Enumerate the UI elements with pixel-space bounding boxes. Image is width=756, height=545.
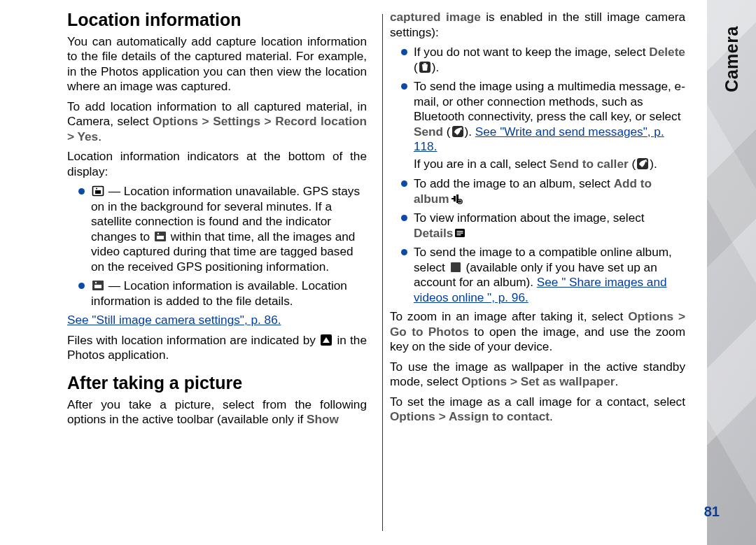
bold-term: Send to caller [550, 157, 629, 171]
bullet-item: — Location information unavailable. GPS … [81, 184, 367, 274]
paragraph: Files with location information are indi… [67, 333, 367, 363]
text: ). [465, 125, 475, 139]
details-icon [454, 227, 466, 239]
text: — Location information is available. Loc… [91, 278, 347, 308]
heading-location-info: Location information [67, 10, 367, 30]
text: . [615, 374, 618, 388]
svg-point-8 [95, 282, 97, 283]
paragraph: After you take a picture, select from th… [67, 397, 367, 427]
bullet-item: To send the image to a compatible online… [404, 245, 685, 305]
paragraph: captured image is enabled in the still i… [390, 10, 685, 40]
menu-path-sep: > [67, 129, 78, 143]
svg-text:A: A [460, 127, 463, 131]
bullet-item: If you do not want to keep the image, se… [404, 45, 685, 75]
menu-path-sep: > [435, 409, 449, 423]
svg-rect-1 [95, 190, 101, 194]
send-icon: A [451, 125, 464, 138]
sub-paragraph: If you are in a call, select Send to cal… [414, 157, 685, 172]
svg-rect-20 [457, 234, 461, 235]
location-unavailable-outline-icon [92, 185, 104, 197]
menu-path-item: Set as wallpaper [521, 374, 615, 388]
manual-page: Location information You can automatical… [0, 0, 756, 545]
location-tagged-file-icon [320, 334, 332, 346]
send-to-caller-icon: A [636, 157, 649, 170]
text: To view information about the image, sel… [414, 211, 645, 225]
menu-path-item: Yes [78, 129, 99, 143]
bold-term: captured image [390, 10, 481, 24]
menu-path-item: Options [153, 114, 198, 128]
svg-rect-21 [451, 262, 461, 272]
cross-reference-link[interactable]: See "Still image camera settings", p. 86… [67, 313, 367, 328]
add-to-album-icon [450, 192, 463, 205]
menu-path-item: Options [390, 409, 435, 423]
heading-after-picture: After taking a picture [67, 373, 367, 393]
text: ( [443, 125, 451, 139]
svg-point-2 [96, 188, 97, 190]
svg-rect-4 [157, 236, 164, 239]
text: Files with location information are indi… [67, 333, 319, 347]
bold-term: Delete [649, 45, 685, 59]
text: . [98, 129, 102, 143]
paragraph: To use the image as wallpaper in the act… [390, 360, 685, 390]
menu-path-sep: > [198, 114, 213, 128]
menu-path-item: Go to Photos [390, 325, 469, 339]
bullet-item: — Location information is available. Loc… [81, 278, 367, 309]
location-available-icon [92, 279, 104, 292]
svg-rect-7 [94, 285, 102, 288]
menu-path-item: Options [461, 374, 507, 388]
online-album-icon [449, 261, 462, 274]
menu-path-item: Options [628, 309, 673, 323]
menu-path-item: Record location [275, 114, 367, 128]
bullet-list: If you do not want to keep the image, se… [390, 45, 685, 305]
chapter-tab: Camera [707, 0, 756, 545]
left-column: Location information You can automatical… [67, 10, 382, 545]
text: To set the image as a call image for a c… [390, 395, 685, 409]
right-column: captured image is enabled in the still i… [383, 10, 698, 545]
location-available-mini-icon [154, 230, 167, 243]
paragraph: To zoom in an image after taking it, sel… [390, 309, 685, 355]
menu-path-sep: > [673, 309, 685, 323]
paragraph: You can automatically add capture locati… [67, 34, 367, 94]
menu-path-item: Assign to contact [449, 409, 550, 423]
svg-rect-11 [424, 63, 426, 64]
text: ). [650, 157, 657, 171]
text: To send the image using a multimedia mes… [414, 79, 685, 123]
svg-rect-19 [457, 232, 463, 233]
bullet-item: To send the image using a multimedia mes… [404, 79, 685, 171]
text: . [550, 409, 553, 423]
bold-term: Show [307, 412, 339, 426]
text: If you are in a call, select [414, 157, 550, 171]
text: ). [432, 60, 440, 74]
text: To add the image to an album, select [414, 176, 614, 190]
paragraph: To set the image as a call image for a c… [390, 395, 685, 425]
bold-term: Details [414, 226, 453, 240]
text: To zoom in an image after taking it, sel… [390, 309, 628, 323]
bullet-item: To add the image to an album, select Add… [404, 176, 685, 206]
chapter-label: Camera [722, 26, 742, 92]
paragraph: To add location information to all captu… [67, 99, 367, 145]
text: If you do not want to keep the image, se… [414, 45, 649, 59]
bullet-item: To view information about the image, sel… [404, 211, 685, 241]
delete-icon [419, 61, 431, 73]
svg-rect-18 [457, 231, 463, 232]
svg-text:A: A [645, 159, 648, 163]
link-text[interactable]: See "Still image camera settings", p. 86… [67, 313, 281, 327]
text: ( [414, 60, 418, 74]
paragraph: Location information indicators at the b… [67, 149, 367, 179]
page-number: 81 [704, 504, 720, 520]
bullet-list: — Location information unavailable. GPS … [67, 184, 367, 309]
menu-path-sep: > [260, 114, 275, 128]
bold-term: Send [414, 125, 443, 139]
svg-point-5 [158, 233, 159, 234]
text: ( [629, 157, 636, 171]
menu-path-sep: > [507, 374, 521, 388]
menu-path-item: Settings [213, 114, 260, 128]
